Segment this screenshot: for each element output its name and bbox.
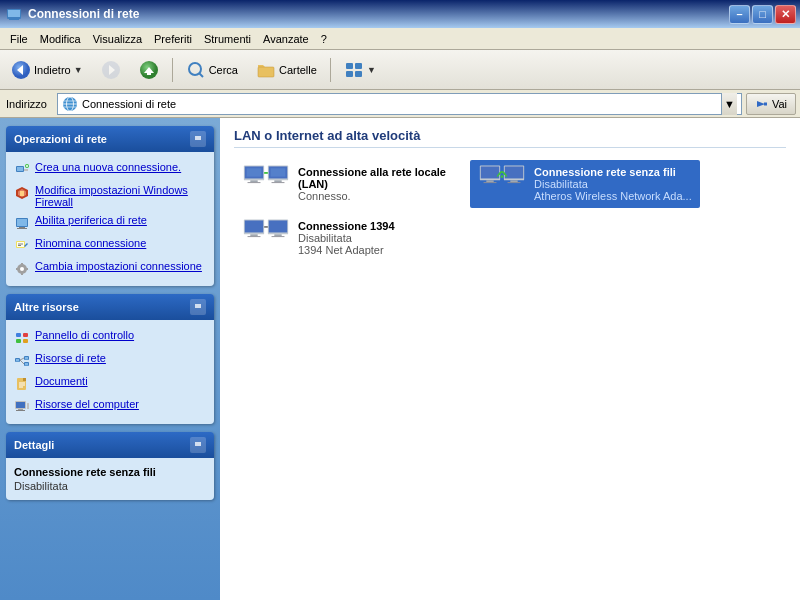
sidebar-section-network-ops: Operazioni di rete [6, 126, 214, 286]
sidebar-section-title-other-resources: Altre risorse [14, 301, 79, 313]
network-info-1394: Connessione 1394 Disabilitata 1394 Net A… [298, 220, 395, 256]
up-icon [139, 60, 159, 80]
search-label: Cerca [209, 64, 238, 76]
close-button[interactable]: ✕ [775, 5, 796, 24]
menu-visualizza[interactable]: Visualizza [87, 31, 148, 47]
sidebar: Operazioni di rete [0, 118, 220, 600]
svg-rect-92 [508, 182, 521, 183]
search-button[interactable]: Cerca [179, 55, 245, 85]
up-button[interactable] [132, 55, 166, 85]
sidebar-link-control-panel[interactable]: Pannello di controllo [10, 326, 210, 349]
svg-rect-68 [16, 402, 25, 408]
svg-rect-100 [274, 234, 281, 236]
menu-avanzate[interactable]: Avanzate [257, 31, 315, 47]
sidebar-link-rename[interactable]: Rinomina connessione [10, 234, 210, 257]
svg-rect-47 [16, 268, 18, 270]
sidebar-section-body-network-ops: Crea una nuova connessione. Modifica imp… [6, 152, 214, 286]
network-info-lan: Connessione alla rete locale (LAN) Conne… [298, 166, 456, 202]
details-connection-status: Disabilitata [14, 480, 206, 492]
toolbar-separator-2 [330, 58, 331, 82]
sidebar-link-device[interactable]: Abilita periferica di rete [10, 211, 210, 234]
svg-rect-88 [484, 182, 497, 183]
sidebar-section-header-other-resources[interactable]: Altre risorse [6, 294, 214, 320]
address-label: Indirizzo [4, 98, 53, 110]
back-label: Indietro [34, 64, 71, 76]
svg-rect-83 [247, 168, 262, 176]
folders-button[interactable]: Cartelle [249, 55, 324, 85]
svg-rect-1 [8, 10, 20, 17]
firewall-icon [14, 185, 30, 201]
svg-point-93 [501, 175, 504, 178]
view-icon [344, 60, 364, 80]
sidebar-link-computer[interactable]: Risorse del computer [10, 395, 210, 418]
sidebar-link-label-documents: Documenti [35, 375, 88, 387]
back-dropdown-arrow[interactable]: ▼ [74, 65, 83, 75]
collapse-icon-details[interactable] [190, 437, 206, 453]
go-button[interactable]: Vai [746, 93, 796, 115]
sidebar-link-documents[interactable]: Documenti [10, 372, 210, 395]
sidebar-section-other-resources: Altre risorse Pannello di c [6, 294, 214, 424]
sidebar-link-new-conn[interactable]: Crea una nuova connessione. [10, 158, 210, 181]
sidebar-link-settings[interactable]: Cambia impostazioni connessione [10, 257, 210, 280]
network-item-lan[interactable]: Connessione alla rete locale (LAN) Conne… [234, 160, 464, 208]
svg-rect-37 [19, 227, 25, 228]
back-button[interactable]: Indietro ▼ [4, 55, 90, 85]
title-bar-left: Connessioni di rete [6, 6, 139, 22]
menu-modifica[interactable]: Modifica [34, 31, 87, 47]
svg-rect-25 [764, 102, 767, 105]
forward-button[interactable] [94, 55, 128, 85]
computer-icon [14, 399, 30, 415]
content-area: LAN o Internet ad alta velocità [220, 118, 800, 600]
network-adapter-wifi: Atheros Wireless Network Ada... [534, 190, 692, 202]
menu-bar: File Modifica Visualizza Preferiti Strum… [0, 28, 800, 50]
svg-rect-99 [269, 220, 287, 232]
maximize-button[interactable]: □ [752, 5, 773, 24]
network-status-wifi: Disabilitata [534, 178, 692, 190]
back-icon [11, 60, 31, 80]
sidebar-link-label-settings: Cambia impostazioni connessione [35, 260, 202, 272]
view-dropdown-arrow[interactable]: ▼ [367, 65, 376, 75]
svg-rect-17 [346, 71, 353, 77]
sidebar-section-header-details[interactable]: Dettagli [6, 432, 214, 458]
sidebar-section-header-network-ops[interactable]: Operazioni di rete [6, 126, 214, 152]
svg-rect-81 [272, 182, 285, 183]
network-item-wifi[interactable]: Connessione rete senza fili Disabilitata… [470, 160, 700, 208]
menu-strumenti[interactable]: Strumenti [198, 31, 257, 47]
svg-rect-77 [248, 182, 261, 183]
wifi-icon [478, 164, 526, 204]
sidebar-section-title-network-ops: Operazioni di rete [14, 133, 107, 145]
rename-icon [14, 238, 30, 254]
forward-icon [101, 60, 121, 80]
svg-rect-87 [486, 180, 493, 182]
network-name-1394: Connessione 1394 [298, 220, 395, 232]
window-title: Connessioni di rete [28, 7, 139, 21]
address-input-wrap[interactable]: Connessioni di rete ▼ [57, 93, 742, 115]
svg-point-44 [20, 267, 24, 271]
network-item-1394[interactable]: Connessione 1394 Disabilitata 1394 Net A… [234, 214, 464, 262]
svg-rect-58 [25, 357, 28, 360]
address-dropdown-button[interactable]: ▼ [721, 93, 737, 115]
minimize-button[interactable]: – [729, 5, 750, 24]
svg-rect-18 [355, 71, 362, 77]
conn1394-icon [242, 218, 290, 258]
sidebar-link-label-control-panel: Pannello di controllo [35, 329, 134, 341]
svg-line-62 [20, 360, 24, 364]
menu-help[interactable]: ? [315, 31, 333, 47]
sidebar-link-network-resources[interactable]: Risorse di rete [10, 349, 210, 372]
window-icon [6, 6, 22, 22]
network-status-1394: Disabilitata [298, 232, 395, 244]
sidebar-link-firewall[interactable]: Modifica impostazioni Windows Firewall [10, 181, 210, 211]
address-value: Connessioni di rete [82, 98, 717, 110]
svg-rect-13 [258, 67, 274, 77]
svg-rect-71 [27, 403, 29, 409]
svg-rect-56 [16, 359, 19, 362]
details-connection-name: Connessione rete senza fili [14, 466, 206, 478]
collapse-icon-other-resources[interactable] [190, 299, 206, 315]
sidebar-link-label-rename: Rinomina connessione [35, 237, 146, 249]
menu-preferiti[interactable]: Preferiti [148, 31, 198, 47]
svg-rect-10 [147, 73, 151, 75]
menu-file[interactable]: File [4, 31, 34, 47]
collapse-icon-network-ops[interactable] [190, 131, 206, 147]
view-button[interactable]: ▼ [337, 55, 383, 85]
address-globe-icon [62, 96, 78, 112]
